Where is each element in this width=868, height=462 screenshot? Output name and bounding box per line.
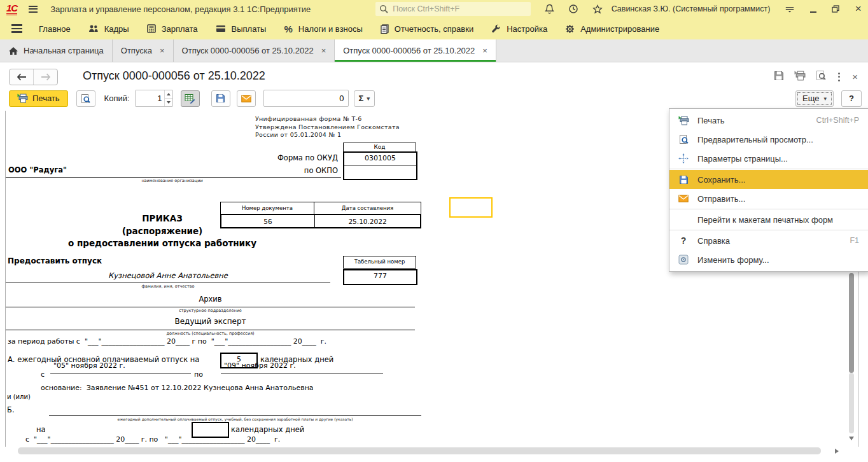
menu-item-print[interactable]: Печать Ctrl+Shift+P bbox=[669, 111, 868, 130]
favorites-star-icon[interactable] bbox=[592, 4, 603, 14]
restore-icon bbox=[832, 5, 839, 13]
stepper-up-button[interactable] bbox=[165, 90, 172, 98]
table-edit-icon bbox=[185, 94, 195, 104]
stepper-arrows bbox=[164, 90, 172, 106]
print-button[interactable]: Печать bbox=[9, 90, 68, 107]
date-value-cell: 25.10.2022 bbox=[315, 215, 420, 227]
titlebar: 1С Зарплата и управление персоналом, ред… bbox=[0, 0, 868, 18]
menubar-item-personnel[interactable]: Кадры bbox=[88, 24, 129, 34]
menu-item-label: Перейти к макетам печатных форм bbox=[697, 215, 868, 225]
department-caption: структурное подразделение bbox=[6, 308, 415, 313]
and-or-label: и (или) bbox=[7, 393, 31, 400]
menubar-label: Зарплата bbox=[162, 24, 198, 34]
menu-item-edit-form[interactable]: Изменить форму... bbox=[669, 250, 868, 269]
restore-button[interactable] bbox=[832, 4, 839, 13]
menu-item-preview[interactable]: Предварительный просмотр... bbox=[669, 130, 868, 149]
menu-item-help[interactable]: ? Справка F1 bbox=[669, 231, 868, 250]
search-input[interactable] bbox=[391, 4, 526, 14]
menu-item-label: Параметры страницы... bbox=[697, 154, 868, 164]
scroll-down-arrow-icon[interactable] bbox=[849, 437, 854, 440]
print-icon[interactable] bbox=[794, 71, 806, 83]
kebab-menu-icon[interactable] bbox=[836, 73, 842, 81]
history-nav bbox=[9, 69, 58, 85]
menubar-label: Отчетность, справки bbox=[395, 24, 473, 34]
save-button[interactable] bbox=[211, 90, 230, 107]
menubar-item-payments[interactable]: Выплаты bbox=[216, 24, 267, 34]
tab-vacation-print-form[interactable]: Отпуск 0000-000056 от 25.10.2022 × bbox=[335, 39, 496, 62]
arrow-left-icon bbox=[17, 73, 27, 81]
current-user[interactable]: Савинская З.Ю. (Системный программист) bbox=[612, 4, 771, 13]
std-line: России от 05.01.2004 № 1 bbox=[255, 131, 400, 139]
forward-button[interactable] bbox=[33, 69, 57, 85]
position-value: Ведущий эксперт bbox=[6, 317, 415, 330]
service-menu-icon[interactable] bbox=[785, 4, 794, 13]
selected-cell-outline[interactable] bbox=[449, 197, 493, 218]
close-window-button[interactable]: × bbox=[855, 4, 862, 13]
floppy-icon bbox=[216, 94, 225, 103]
fixed-table-button[interactable] bbox=[181, 90, 200, 107]
tab-label: Отпуск 0000-000056 от 25.10.2022 bbox=[343, 46, 475, 55]
card-icon bbox=[216, 25, 226, 32]
period-line-b: с "___"__________________ 20____ г. по "… bbox=[25, 435, 280, 444]
vertical-scrollbar-track[interactable] bbox=[849, 373, 854, 433]
menu-item-goto-print-layouts[interactable]: Перейти к макетам печатных форм bbox=[669, 210, 868, 229]
more-button[interactable]: Еще ▾ bbox=[795, 90, 834, 107]
form-window-icons: × bbox=[774, 70, 858, 83]
floppy-icon bbox=[669, 175, 697, 185]
sum-functions-button[interactable]: Σ ▾ bbox=[354, 90, 375, 107]
page-setup-icon bbox=[669, 153, 697, 164]
chevron-down-icon: ▾ bbox=[367, 95, 370, 102]
preview-icon[interactable] bbox=[816, 70, 826, 83]
envelope-icon bbox=[669, 195, 697, 202]
menubar-item-salary[interactable]: Зарплата bbox=[147, 24, 198, 34]
save-icon[interactable] bbox=[774, 71, 784, 83]
notifications-bell-icon[interactable] bbox=[545, 4, 554, 14]
vertical-scrollbar-thumb[interactable] bbox=[849, 273, 854, 373]
tab-vacations-list[interactable]: Отпуска × bbox=[113, 39, 174, 62]
print-button-label: Печать bbox=[32, 94, 60, 103]
1c-logo: 1С bbox=[6, 3, 17, 15]
menubar-item-settings[interactable]: Настройка bbox=[491, 24, 547, 34]
tab-home[interactable]: Начальная страница bbox=[0, 39, 113, 62]
order-heading: ПРИКАЗ (распоряжение) о предоставлении о… bbox=[6, 213, 319, 250]
help-button[interactable]: ? bbox=[841, 90, 862, 107]
horizontal-scrollbar[interactable] bbox=[6, 447, 834, 455]
menu-item-send[interactable]: Отправить... bbox=[669, 189, 868, 208]
tab-close-icon[interactable]: × bbox=[482, 46, 487, 55]
sum-field[interactable] bbox=[263, 90, 349, 107]
menu-separator bbox=[669, 169, 868, 169]
scroll-right-arrow-icon[interactable] bbox=[835, 449, 839, 454]
tabbar: Начальная страница Отпуска × Отпуск 0000… bbox=[0, 39, 868, 62]
menubar-item-reports[interactable]: Отчетность, справки bbox=[381, 24, 473, 34]
stepper-down-button[interactable] bbox=[165, 98, 172, 106]
menu-item-save[interactable]: Сохранить... bbox=[669, 170, 868, 189]
chevron-down-icon: ▾ bbox=[823, 95, 827, 102]
send-email-button[interactable] bbox=[237, 90, 256, 107]
edit-form-icon bbox=[669, 255, 697, 265]
menubar-item-main[interactable]: Главное bbox=[39, 24, 71, 34]
global-search[interactable] bbox=[375, 2, 530, 16]
tab-vacation-document[interactable]: Отпуск 0000-000056 от 25.10.2022 × bbox=[174, 39, 335, 62]
arrow-right-icon bbox=[41, 73, 51, 81]
vacation-date-from: "05" ноября 2022 г. bbox=[50, 361, 191, 374]
preview-button[interactable] bbox=[76, 90, 95, 107]
horizontal-scrollbar-thumb[interactable] bbox=[18, 447, 821, 454]
vertical-scrollbar[interactable] bbox=[849, 273, 855, 440]
menubar-item-taxes[interactable]: % Налоги и взносы bbox=[284, 24, 362, 34]
tab-close-icon[interactable]: × bbox=[160, 46, 165, 55]
basis-line: основание: Заявление №451 от 12.10.2022 … bbox=[41, 384, 314, 392]
personnel-number-value-cell: 777 bbox=[343, 269, 417, 285]
page-title: Отпуск 0000-000056 от 25.10.2022 bbox=[83, 69, 265, 83]
minimize-button[interactable] bbox=[809, 4, 816, 13]
okud-label: Форма по ОКУД bbox=[197, 153, 338, 162]
back-button[interactable] bbox=[10, 69, 33, 85]
sections-menu-icon[interactable] bbox=[11, 24, 22, 33]
close-form-icon[interactable]: × bbox=[852, 72, 858, 81]
tab-close-icon[interactable]: × bbox=[321, 46, 326, 55]
main-menu-icon[interactable] bbox=[29, 6, 38, 13]
copies-input[interactable] bbox=[136, 90, 164, 106]
menubar: Главное Кадры Зарплата Выплаты % Налоги … bbox=[0, 18, 868, 39]
menubar-item-administration[interactable]: Администрирование bbox=[565, 24, 659, 34]
history-icon[interactable] bbox=[568, 4, 578, 14]
menu-item-page-setup[interactable]: Параметры страницы... bbox=[669, 149, 868, 168]
